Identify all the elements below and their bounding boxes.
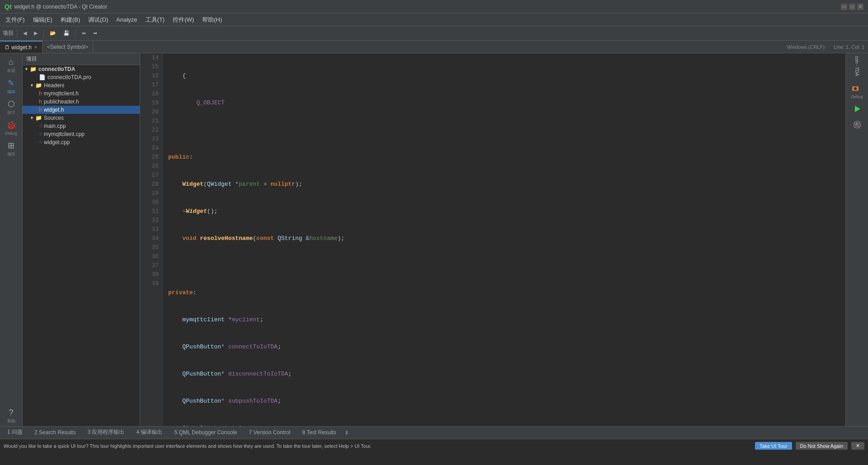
notification-text: Would you like to take a quick UI tour? … [4, 443, 755, 449]
tree-label-widget-cpp: widget.cpp [44, 139, 70, 146]
tree-file-mymqtt-cpp[interactable]: ⁖ mymqttclient.cpp [23, 130, 140, 138]
project-tree-title: 项目 [26, 55, 37, 63]
tab-search-results[interactable]: 2 Search Results [29, 428, 81, 437]
tree-folder-headers[interactable]: ▼ 📁 Headers [23, 81, 140, 89]
tab-select-symbol[interactable]: <Select Symbol> [42, 41, 93, 53]
tab-label: 🗒 widget.h [5, 44, 32, 51]
code-line-26: QPushButton* subpushToIoTDA; [168, 397, 845, 406]
close-button[interactable]: ✕ [857, 4, 863, 10]
toolbar-back-button[interactable]: ◀ [20, 29, 29, 37]
project-tree: 项目 ▼ 📁 connectIoTDA 📄 connectIoTDA.pro ▼… [23, 53, 140, 426]
folder-headers-icon: 📁 [35, 82, 42, 89]
tree-file-widget-cpp[interactable]: ⁖ widget.cpp [23, 138, 140, 146]
tab-compile-output[interactable]: 4 编译输出 [131, 427, 168, 438]
tree-file-main-cpp[interactable]: ⁖ main.cpp [23, 122, 140, 130]
tree-file-mymqtt-h[interactable]: h mymqttclient.h [23, 89, 140, 98]
no-show-button[interactable]: Do Not Show Again [796, 442, 848, 450]
cpp-file-icon-3: ⁖ [39, 139, 42, 146]
ln-36: 36 [140, 252, 159, 261]
toolbar-save-button[interactable]: 💾 [61, 29, 72, 37]
code-line-22: private: [168, 288, 845, 297]
menu-controls[interactable]: 控件(W) [169, 15, 198, 25]
sidebar-icon-help[interactable]: ? 帮助 [1, 406, 21, 426]
code-line-18: Widget(QWidget *parent = nullptr); [168, 180, 845, 189]
sidebar-icon-welcome[interactable]: ⌂ 欢迎 [1, 56, 21, 75]
toolbar-project-label: 项目 [3, 29, 14, 37]
tabbar: 🗒 widget.h ✕ <Select Symbol> Windows (CR… [0, 41, 868, 53]
con-tda-section: con···TDA [854, 56, 859, 76]
tree-root-connect[interactable]: ▼ 📁 connectIoTDA [23, 65, 140, 73]
sidebar-icon-design[interactable]: ⬡ 设计 [1, 97, 21, 117]
take-tour-button[interactable]: Take UI Tour [755, 442, 792, 450]
build-stop-button[interactable]: 🔨 [851, 118, 863, 132]
menubar: 文件(F) 编辑(E) 构建(B) 调试(D) Analyze 工具(T) 控件… [0, 14, 868, 26]
sidebar-icon-edit[interactable]: ✎ 编辑 [1, 76, 21, 96]
menu-edit[interactable]: 编辑(E) [29, 15, 56, 25]
notification-bar: Would you like to take a quick UI tour? … [0, 439, 868, 452]
debug-button[interactable]: Debug [849, 82, 865, 101]
toolbar-nav-prev-button[interactable]: ⬅ [79, 29, 89, 37]
tree-label-main-cpp: main.cpp [44, 123, 66, 129]
code-line-25: QPushButton* disconnectToIoTDA; [168, 370, 845, 379]
tab-widget-h[interactable]: 🗒 widget.h ✕ [0, 41, 42, 53]
cpp-file-icon: ⁖ [39, 123, 42, 129]
app-icon: Qt [5, 3, 12, 10]
ln-19: 19 [140, 99, 159, 108]
header-file-icon-3: h [39, 107, 42, 113]
ln-16: 16 [140, 71, 159, 80]
header-file-icon: h [39, 90, 42, 97]
ln-26: 26 [140, 162, 159, 171]
tab-problems[interactable]: 1 问题 [2, 427, 28, 438]
tab-test-results[interactable]: 8 Test Results [297, 428, 341, 437]
menu-help[interactable]: 帮助(H) [198, 15, 226, 25]
toolbar-forward-button[interactable]: ▶ [31, 29, 40, 37]
header-file-icon-2: h [39, 99, 42, 105]
minimize-button[interactable]: — [841, 4, 847, 10]
tree-arrow-headers: ▼ [30, 83, 35, 88]
title-text: widget.h @ connectIoTDA - Qt Creator [14, 4, 108, 10]
tree-folder-sources[interactable]: ▼ 📁 Sources [23, 114, 140, 122]
debug-icon [851, 84, 860, 93]
ln-37: 37 [140, 261, 159, 270]
menu-tools[interactable]: 工具(T) [142, 15, 169, 25]
svg-marker-2 [855, 106, 860, 112]
tab-version-control[interactable]: 7 Version Control [243, 428, 296, 437]
ln-20: 20 [140, 108, 159, 117]
code-content[interactable]: { Q_OBJECT public: Widget(QWidget *paren… [163, 53, 845, 426]
menu-analyze[interactable]: Analyze [113, 15, 141, 24]
menu-debug[interactable]: 调试(D) [85, 15, 112, 25]
toolbar-nav-next-button[interactable]: ➡ [90, 29, 100, 37]
tab-qml-console[interactable]: 5 QML Debugger Console [169, 428, 242, 437]
ln-28: 28 [140, 180, 159, 189]
run-button[interactable] [851, 103, 863, 117]
cpp-file-icon-2: ⁖ [39, 131, 42, 137]
ln-34: 34 [140, 234, 159, 243]
tree-file-pro[interactable]: 📄 connectIoTDA.pro [23, 73, 140, 81]
close-notification-button[interactable]: ✕ [851, 442, 864, 450]
tree-label-mymqttclient-cpp: mymqttclient.cpp [44, 131, 85, 137]
sidebar-icon-debug[interactable]: 🐞 Debug [1, 118, 21, 138]
menu-build[interactable]: 构建(B) [57, 15, 84, 25]
menu-file[interactable]: 文件(F) [2, 15, 28, 25]
sidebar-icon-project[interactable]: ⊞ 项目 [1, 139, 21, 159]
tree-label-pro: connectIoTDA.pro [47, 74, 91, 80]
position-label: Line: 1, Col: 1 [834, 44, 864, 50]
tab-close-widget-h[interactable]: ✕ [34, 45, 38, 50]
ln-32: 32 [140, 216, 159, 225]
stop-icon: 🔨 [853, 120, 862, 129]
code-line-19: ~Widget(); [168, 207, 845, 216]
code-line-15: Q_OBJECT [168, 99, 845, 108]
toolbar-separator-2 [43, 29, 44, 38]
ln-25: 25 [140, 153, 159, 162]
tab-app-output[interactable]: 3 应用程序输出 [82, 427, 130, 438]
editor-area[interactable]: 14 15 16 17 18 19 20 21 22 23 24 25 26 2… [140, 53, 845, 426]
tree-file-publicheader-h[interactable]: h publicheader.h [23, 98, 140, 106]
toolbar: 项目 ◀ ▶ 📂 💾 ⬅ ➡ [0, 26, 868, 41]
maximize-button[interactable]: □ [849, 4, 855, 10]
tree-file-widget-h[interactable]: h widget.h [23, 106, 140, 114]
icon-sidebar: ⌂ 欢迎 ✎ 编辑 ⬡ 设计 🐞 Debug ⊞ 项目 ? 帮助 [0, 53, 23, 426]
tree-label-sources: Sources [44, 115, 64, 121]
ln-39: 39 [140, 279, 159, 288]
ln-22: 22 [140, 126, 159, 135]
toolbar-open-button[interactable]: 📂 [47, 29, 59, 37]
